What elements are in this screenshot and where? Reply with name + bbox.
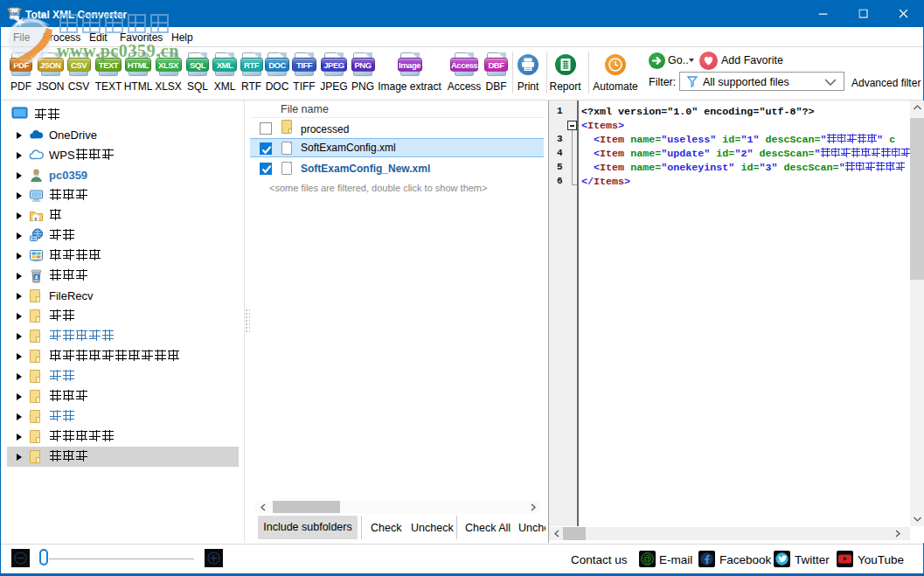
svg-text:XML: XML (9, 11, 20, 17)
svg-text:@: @ (643, 554, 651, 564)
